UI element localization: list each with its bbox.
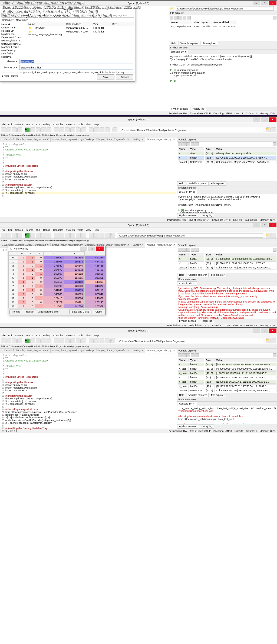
var-row[interactable]: Y_trainfloat64(40,)[121770.92 121479.51 … <box>178 384 276 388</box>
editor-tab[interactable]: simple_linear_regression.py - Desktop\..… <box>51 349 131 353</box>
np-cell[interactable]: 1 <box>35 284 44 288</box>
col[interactable]: Name <box>170 21 192 24</box>
hide-folders-toggle[interactable]: ▴ Hide Folders <box>2 74 18 80</box>
tree-item[interactable]: New folder <box>1 52 27 55</box>
tb-btn[interactable] <box>12 339 17 343</box>
np-cell[interactable]: 114364 <box>43 304 64 308</box>
np-cell[interactable]: 0 <box>26 304 35 308</box>
back-button[interactable]: ← <box>113 127 117 132</box>
np-cell[interactable]: 120530 <box>64 284 84 288</box>
menu-projects[interactable]: Projects <box>66 229 75 231</box>
ve-icon[interactable] <box>186 353 190 357</box>
tb-btn[interactable] <box>6 339 11 343</box>
close-button[interactable]: ✕ <box>269 1 276 5</box>
np-cell[interactable]: 162199 <box>64 280 84 284</box>
np-cell[interactable]: 0 <box>35 260 44 264</box>
tb-btn[interactable] <box>41 339 46 343</box>
tb-btn[interactable] <box>36 233 41 238</box>
editor-tab[interactable]: ValP.py ✕ <box>131 137 145 142</box>
tab-var-explorer[interactable]: Variable explorer <box>179 41 200 45</box>
tab-history[interactable]: History log <box>199 424 214 429</box>
maximize-button[interactable]: □ <box>261 117 268 122</box>
tree-item[interactable]: Control Panel <box>1 26 27 29</box>
tb-btn[interactable] <box>65 233 70 238</box>
var-row[interactable]: Yfloat64(50,)[217261.83 216792.06 216050… <box>178 376 276 379</box>
np-cell[interactable]: 0 <box>18 284 26 288</box>
tree-item[interactable]: Recycle Bin <box>1 29 27 32</box>
np-cell[interactable]: 0 <box>18 260 26 264</box>
np-cell[interactable]: 1 <box>18 292 26 296</box>
menu-consoles[interactable]: Consoles <box>53 123 63 126</box>
code-editor[interactable]: 1# -*- coding: utf-8 -*- 2""" 3Created o… <box>0 353 177 433</box>
var-row[interactable]: datasetDataFrame(50, 5)Column names: Maj… <box>178 160 276 164</box>
ve-icon[interactable] <box>195 142 199 146</box>
np-cell[interactable]: 403700 <box>84 268 105 272</box>
rerun-button[interactable] <box>47 127 51 132</box>
np-cell[interactable]: 383361 <box>84 276 105 280</box>
tb-btn[interactable] <box>81 233 86 238</box>
np-cell[interactable]: 0 <box>26 280 35 284</box>
tb-btn[interactable] <box>54 233 59 238</box>
np-cell[interactable]: 166378 <box>64 260 84 264</box>
parent-dir-button[interactable]: ↑ <box>271 127 276 132</box>
col[interactable]: Value <box>215 147 276 151</box>
col[interactable]: Size <box>193 21 200 24</box>
tb-btn[interactable] <box>94 233 99 238</box>
menu-debug[interactable]: Debug <box>43 334 51 337</box>
editor-tab[interactable]: Multiple_regression.py* ✕ <box>145 243 177 248</box>
np-cell[interactable]: 0 <box>18 264 26 268</box>
browse-button[interactable]: 📁 <box>266 339 271 343</box>
np-cell[interactable]: 1 <box>35 264 44 268</box>
col-name[interactable]: Name <box>27 22 65 26</box>
step-out-button[interactable] <box>70 127 75 132</box>
np-cell[interactable]: 133672 <box>64 268 84 272</box>
np-cell[interactable]: 0 <box>18 276 26 280</box>
tab-ipython[interactable]: IPython console <box>177 319 198 323</box>
tb-btn[interactable] <box>17 339 22 343</box>
menu-search[interactable]: Search <box>15 334 23 337</box>
maximize-button[interactable]: □ <box>261 223 268 227</box>
np-cell[interactable]: 0 <box>35 256 44 260</box>
np-cell[interactable]: 183098 <box>43 260 64 264</box>
tab-file-explorer[interactable]: File explorer <box>201 41 218 45</box>
menu-edit[interactable]: Edit <box>8 334 13 337</box>
ipython-console[interactable]: Python 3.7.1 (default, Dec 10 2018, 22:5… <box>177 194 277 213</box>
ipython-console[interactable]: ...: X_train, X_test, y_train, y_test = … <box>177 406 277 424</box>
np-cell[interactable]: 162607 <box>43 272 64 276</box>
menu-tools[interactable]: Tools <box>77 229 83 231</box>
tree-item[interactable]: scalabytz <box>1 55 27 58</box>
np-cell[interactable]: 1 <box>26 276 35 280</box>
gear-icon[interactable] <box>273 353 276 357</box>
back-button[interactable]: ← <box>110 233 115 238</box>
np-cell[interactable]: 0 <box>18 268 26 272</box>
np-cell[interactable]: 1 <box>18 280 26 284</box>
filename-input[interactable]: untitled0.py <box>19 59 133 64</box>
editor-tab[interactable]: ValP.py ✕ <box>131 349 145 353</box>
gear-icon[interactable] <box>273 16 276 19</box>
menu-file[interactable]: File <box>2 123 6 126</box>
gear-icon[interactable] <box>273 248 276 252</box>
run-cell-advance-button[interactable] <box>36 127 41 132</box>
var-row[interactable]: X_testfloat64(10, 5)[[0.0000000e+00 1.00… <box>178 367 276 371</box>
cancel-button[interactable]: Cancel <box>116 74 133 80</box>
maximize-button[interactable]: □ <box>261 1 268 5</box>
np-cell[interactable]: 1 <box>26 268 35 272</box>
tb-btn[interactable] <box>89 339 94 343</box>
np-cell[interactable]: 0 <box>18 272 26 276</box>
minimize-button[interactable]: ─ <box>253 328 260 333</box>
np-cell[interactable]: 0 <box>35 280 44 284</box>
preferences-button[interactable] <box>100 127 104 132</box>
np-cell[interactable]: 106392 <box>64 272 84 276</box>
fe-icon[interactable] <box>178 16 182 19</box>
tb-btn[interactable] <box>1 233 6 238</box>
tb-btn[interactable] <box>60 233 64 238</box>
ve-icon[interactable] <box>191 142 194 146</box>
np-cell[interactable]: 151898 <box>64 256 84 260</box>
col[interactable]: Date Modified <box>212 21 236 24</box>
folder-tree[interactable]: Network Control Panel Recycle Bin big da… <box>0 22 27 57</box>
console-tab[interactable]: Console 1/A ✕ <box>177 190 197 194</box>
menu-projects[interactable]: Projects <box>66 334 75 337</box>
np-cell[interactable]: 123079 <box>64 292 84 296</box>
var-row[interactable]: Yfloat64(50,)[217261.83 216792.06 216050… <box>178 156 276 160</box>
maximize-button[interactable]: □ <box>88 247 95 251</box>
